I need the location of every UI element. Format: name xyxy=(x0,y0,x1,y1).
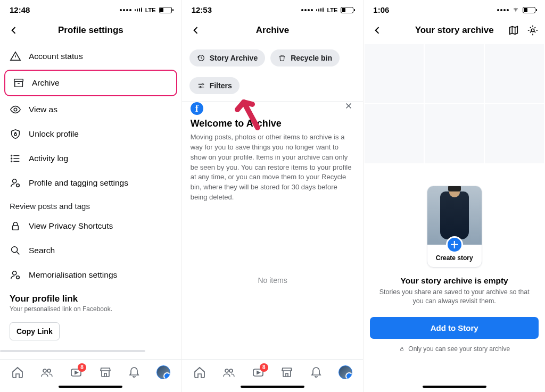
store-icon xyxy=(280,366,293,379)
svg-point-7 xyxy=(13,179,16,183)
recycle-bin-chip[interactable]: Recycle bin xyxy=(270,49,340,66)
chip-row: Story Archive Recycle bin xyxy=(182,44,364,72)
chip-row-filters: Filters xyxy=(182,72,364,102)
chip-label: Filters xyxy=(210,81,232,90)
close-icon xyxy=(344,101,353,111)
back-button[interactable] xyxy=(189,24,202,37)
only-you-label: Only you can see your story archive xyxy=(408,345,510,353)
signal-bars-icon xyxy=(316,7,324,12)
create-story-image xyxy=(427,186,482,245)
eye-icon xyxy=(10,104,21,115)
screen-archive: 12:53 LTE Archive Story Archive Recycle … xyxy=(182,0,364,392)
list-icon xyxy=(10,153,21,164)
status-right: LTE xyxy=(301,7,353,13)
lock-icon xyxy=(399,346,405,352)
tab-badge: 8 xyxy=(260,363,268,372)
battery-icon xyxy=(341,7,353,13)
back-button[interactable] xyxy=(371,24,384,37)
grid-cell xyxy=(365,44,424,103)
story-archive-chip[interactable]: Story Archive xyxy=(189,49,266,66)
map-button[interactable] xyxy=(508,24,519,36)
tab-marketplace[interactable] xyxy=(98,365,112,379)
home-indicator xyxy=(423,386,486,388)
screen-profile-settings: 12:48 LTE Profile settings Account statu… xyxy=(0,0,182,392)
svg-point-22 xyxy=(516,11,516,12)
grid-cell xyxy=(485,104,544,163)
tab-profile[interactable] xyxy=(156,365,170,379)
row-label: Search xyxy=(29,246,55,255)
svg-rect-1 xyxy=(15,81,23,87)
row-privacy-shortcuts[interactable]: View Privacy Shortcuts xyxy=(0,214,181,238)
sliders-icon xyxy=(197,81,205,90)
tab-notifications[interactable] xyxy=(127,365,141,379)
chevron-left-icon xyxy=(372,25,383,36)
row-profile-tagging[interactable]: Profile and tagging settings xyxy=(0,171,181,195)
empty-heading: Your story archive is empty xyxy=(376,276,532,286)
close-button[interactable] xyxy=(343,100,354,112)
progress-track xyxy=(0,350,145,352)
svg-point-23 xyxy=(531,29,534,32)
story-grid xyxy=(364,44,545,163)
tab-friends[interactable] xyxy=(222,365,236,379)
tab-watch[interactable]: 8 xyxy=(251,365,265,379)
row-unlock-profile[interactable]: Unlock profile xyxy=(0,122,181,146)
shield-lock-icon xyxy=(10,128,21,140)
status-time: 12:53 xyxy=(192,5,212,14)
tab-home[interactable] xyxy=(11,365,24,379)
bottom-tab-bar: 8 xyxy=(0,360,181,382)
back-button[interactable] xyxy=(7,24,20,37)
header: Archive xyxy=(182,18,364,44)
copy-link-button[interactable]: Copy Link xyxy=(10,322,60,340)
create-story-card[interactable]: Create story xyxy=(427,186,482,268)
history-icon xyxy=(197,54,205,62)
welcome-body: Moving posts, photos or other items to a… xyxy=(191,132,355,203)
plus-circle-icon xyxy=(446,236,463,253)
svg-point-18 xyxy=(200,86,201,88)
tab-home[interactable] xyxy=(193,365,207,379)
person-gear-icon xyxy=(10,269,21,281)
row-label: Unlock profile xyxy=(29,129,79,139)
welcome-card: f Welcome to Archive Moving posts, photo… xyxy=(182,102,364,207)
signal-dots-icon xyxy=(301,9,313,11)
row-account-status[interactable]: Account status xyxy=(0,44,181,69)
empty-body: Stories you share are saved to your arch… xyxy=(376,288,532,306)
signal-bars-icon xyxy=(135,7,142,12)
tab-profile[interactable] xyxy=(338,365,352,379)
tab-notifications[interactable] xyxy=(309,365,323,379)
people-icon xyxy=(40,366,53,379)
row-archive[interactable]: Archive xyxy=(4,70,177,96)
add-to-story-button[interactable]: Add to Story xyxy=(370,317,539,339)
row-memorialisation[interactable]: Memorialisation settings xyxy=(0,263,181,287)
chevron-left-icon xyxy=(9,25,19,36)
archive-box-icon xyxy=(13,77,24,89)
row-search[interactable]: Search xyxy=(0,238,181,263)
row-label: Account status xyxy=(29,52,83,61)
page-title: Archive xyxy=(182,25,364,36)
home-icon xyxy=(193,366,206,379)
settings-button[interactable] xyxy=(527,24,539,36)
row-label: View as xyxy=(29,105,57,114)
svg-point-20 xyxy=(229,369,233,372)
filters-chip[interactable]: Filters xyxy=(189,77,240,94)
chevron-left-icon xyxy=(191,25,201,36)
svg-point-19 xyxy=(225,369,228,372)
svg-point-13 xyxy=(43,369,46,372)
page-title: Profile settings xyxy=(0,25,181,36)
no-items-label: No items xyxy=(182,276,364,285)
svg-rect-9 xyxy=(13,226,19,230)
tab-friends[interactable] xyxy=(40,365,54,379)
tab-watch[interactable]: 8 xyxy=(69,365,83,379)
svg-rect-24 xyxy=(401,348,403,351)
tab-marketplace[interactable] xyxy=(280,365,294,379)
battery-icon xyxy=(523,7,535,13)
header: Your story archive xyxy=(364,18,545,44)
grid-cell xyxy=(365,104,424,163)
row-view-as[interactable]: View as xyxy=(0,97,181,122)
status-right: LTE xyxy=(120,7,172,13)
svg-rect-3 xyxy=(14,134,16,136)
bell-icon xyxy=(310,366,323,379)
screen-story-archive: 1:06 Your story archive Create story xyxy=(364,0,545,392)
welcome-heading: Welcome to Archive xyxy=(191,118,355,129)
row-label: Archive xyxy=(32,78,60,88)
row-activity-log[interactable]: Activity log xyxy=(0,146,181,171)
